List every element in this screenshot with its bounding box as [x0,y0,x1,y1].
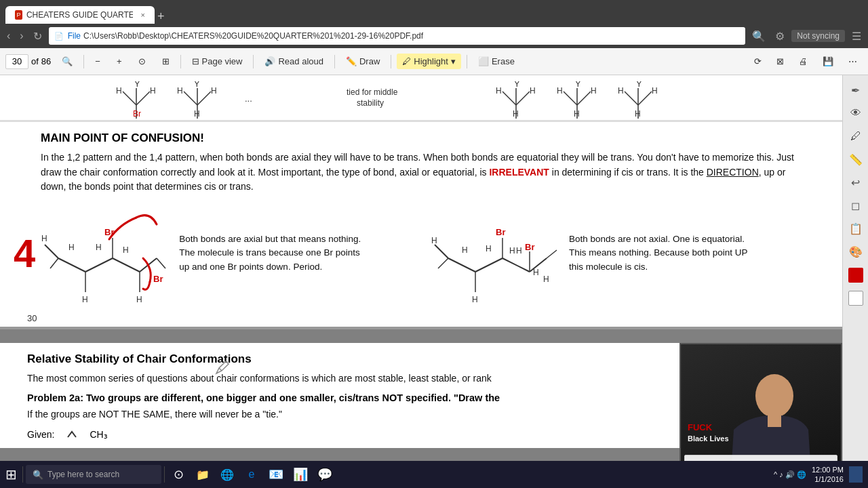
tab-favicon: P [15,10,22,20]
sync-status[interactable]: Not syncing [791,30,845,42]
zoom-out-button[interactable]: − [90,54,106,69]
svg-line-51 [50,258,58,268]
svg-text:H: H [635,109,641,119]
browser-extensions-button[interactable]: 🔍 [749,28,768,44]
read-aloud-button[interactable]: 🔊 Read aloud [259,54,329,69]
draw-button[interactable]: ✏️ Draw [340,54,385,69]
svg-line-20 [516,92,530,105]
taskbar-explorer-icon[interactable]: 📁 [192,464,214,485]
svg-text:H: H [68,243,75,252]
svg-text:H: H [543,274,549,284]
svg-line-64 [502,258,530,272]
page-bottom-row: 30 [0,309,842,329]
sidebar-pen-icon[interactable]: ✒ [846,81,865,100]
more-tools-button[interactable]: ⋯ [843,54,863,69]
address-box[interactable]: 📄 File C:\Users\Robb\Desktop\CHEATERS%20… [49,27,746,45]
highlight-dropdown-icon[interactable]: ▾ [451,56,456,66]
svg-text:H: H [96,243,102,252]
sidebar-color-red[interactable] [848,268,863,283]
nav-refresh-button[interactable]: ↻ [31,28,45,44]
windows-start-button[interactable]: ⊞ [5,466,17,483]
page-current-input[interactable] [5,54,28,69]
page-view-icon: ⊟ [192,56,199,66]
pen-cursor-icon [214,360,230,376]
active-tab[interactable]: P CHEATERS GUIDE QUARTER 1 1 ... × [5,6,155,24]
taskbar-right: ^ ♪ 🔊 🌐 12:00 PM1/1/2016 [774,465,863,485]
taskbar-cortana-icon[interactable]: ⊙ [167,464,189,485]
taskbar-search[interactable]: 🔍 Type here to search [26,465,161,484]
svg-line-35 [625,92,638,105]
sidebar-ruler-icon[interactable]: 📏 [846,150,865,169]
svg-text:Br: Br [153,274,163,284]
video-text-line2: Black Lives [688,434,729,443]
sidebar-eye-icon[interactable]: 👁 [846,104,865,123]
taskbar-edge-icon[interactable]: e [241,464,262,485]
tab-title: CHEATERS GUIDE QUARTER 1 1 ... [26,10,133,20]
page2-text-area: Relative Stability of Chair Conformation… [27,352,678,441]
taskbar-separator [22,466,23,483]
page-view-button[interactable]: ⊟ Page view [186,54,248,69]
sidebar-shapes-icon[interactable]: ◻ [846,196,865,215]
svg-line-62 [448,258,475,272]
sidebar-color-white[interactable] [848,291,863,306]
new-tab-button[interactable]: + [157,9,165,24]
nav-back-button[interactable]: ‹ [4,28,13,43]
search-placeholder: Type here to search [47,470,119,479]
sidebar-undo-icon[interactable]: ↩ [846,173,865,192]
sidebar-palette-icon[interactable]: 🎨 [846,242,865,261]
save-button[interactable]: 💾 [817,54,839,69]
svg-line-28 [577,92,591,105]
if-text: If the groups are NOT THE SAME, there wi… [27,409,678,420]
page-gap [0,329,842,343]
separator-2 [180,55,181,68]
taskbar-chrome-icon[interactable]: 🌐 [216,464,238,485]
fit-width-button[interactable]: ⊠ [771,54,789,69]
sidebar-highlighter-icon[interactable]: 🖊 [846,127,865,146]
zoom-search-button[interactable]: 🔍 [56,54,78,69]
right-chair-molecule-svg: H H H H H H Br Br H H [428,204,564,302]
taskbar: ⊞ 🔍 Type here to search ⊙ 📁 🌐 e 📧 📊 💬 ^ … [0,461,868,488]
svg-line-43 [58,258,85,272]
svg-text:H: H [509,246,515,256]
svg-line-1 [136,92,150,105]
tab-close-button[interactable]: × [141,11,145,19]
svg-text:H: H [496,86,502,96]
browser-settings-button[interactable]: ⚙ [772,28,787,44]
rotate-button[interactable]: ⟳ [749,54,767,69]
cursor-annotation [214,360,230,379]
browser-menu-button[interactable]: ☰ [849,28,864,44]
erase-button[interactable]: ⬜ Erase [473,54,520,69]
person-silhouette [693,362,829,464]
svg-line-8 [184,92,197,105]
taskbar-email-icon[interactable]: 📧 [265,464,287,485]
reset-zoom-button[interactable]: ⊙ [133,54,151,69]
fit-page-button[interactable]: ⊞ [157,54,175,69]
large-number-4: 4 [14,230,35,276]
toolbar-right-actions: ⟳ ⊠ 🖨 💾 ⋯ [749,54,863,69]
address-text: C:\Users\Robb\Desktop\CHEATERS%20GUIDE%2… [83,31,423,41]
main-point-title: MAIN POINT OF CONFUSION! [41,131,802,145]
svg-text:H: H [591,86,597,96]
direction-text: DIRECTION [707,167,759,178]
taskbar-app1-icon[interactable]: 📊 [290,464,311,485]
svg-text:H: H [533,268,539,277]
erase-label: Erase [492,56,515,66]
svg-text:H: H [177,86,183,96]
pdf-viewer[interactable]: H H Br Y H H Y H ... [0,75,842,464]
zoom-in-button[interactable]: + [111,54,127,69]
svg-text:H: H [150,86,156,96]
svg-text:...: ... [245,94,252,104]
taskbar-app2-icon[interactable]: 💬 [314,464,336,485]
separator-3 [253,55,254,68]
page-number-control: of 86 [5,54,51,69]
nav-forward-button[interactable]: › [17,28,26,43]
left-chair-molecule-svg: H H H H H H Br Br Br [38,204,174,302]
svg-text:H: H [516,246,522,256]
svg-line-44 [85,258,113,272]
pdf-toolbar: of 86 🔍 − + ⊙ ⊞ ⊟ Page view 🔊 Read aloud… [0,48,868,75]
highlight-button[interactable]: 🖊 Highlight ▾ [397,54,461,69]
print-button[interactable]: 🖨 [793,54,813,69]
svg-rect-84 [768,413,781,427]
sidebar-clipboard-icon[interactable]: 📋 [846,219,865,238]
taskbar-show-desktop[interactable] [849,466,863,483]
